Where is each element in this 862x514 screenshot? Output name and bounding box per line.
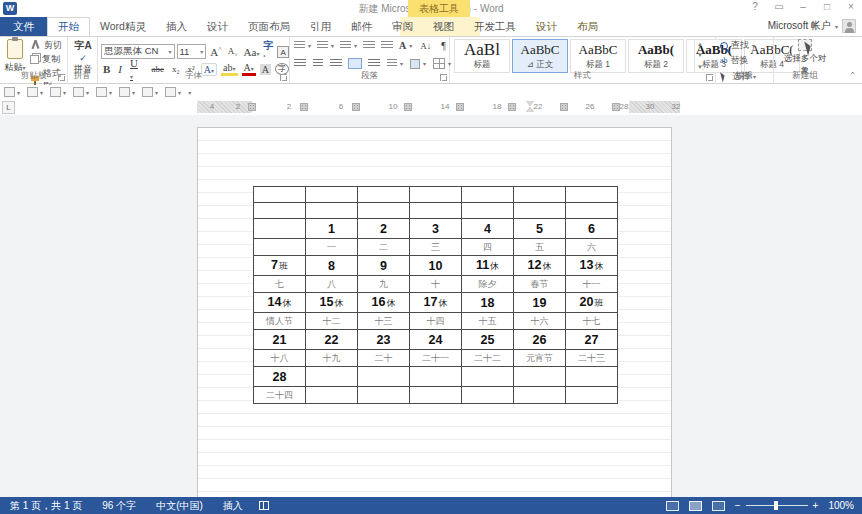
replace-button[interactable]: ab替换 [720,54,756,67]
table-cell[interactable]: 8 [306,256,358,276]
zoom-track[interactable] [746,505,808,506]
table-cell[interactable]: 16休 [358,293,410,313]
shapes-button[interactable]: ▾ [50,87,66,97]
table-cell[interactable] [462,187,514,203]
table-cell[interactable]: 10 [410,256,462,276]
zoom-out-icon[interactable]: − [735,500,741,511]
table-borders-button[interactable]: ▾ [142,87,158,97]
table-cell[interactable] [254,187,306,203]
table-column-marker[interactable] [456,103,464,111]
shrink-font-button[interactable]: A˅ [226,46,240,58]
restore-icon[interactable]: □ [820,1,834,12]
table-cell[interactable] [254,219,306,239]
lunar-label-cell[interactable]: 元宵节 [514,350,566,367]
table-cell[interactable]: 12休 [514,256,566,276]
print-layout-view-icon[interactable] [689,501,702,511]
lunar-label-cell[interactable]: 十六 [514,313,566,330]
sort-button[interactable]: A↓ [418,41,433,51]
table-column-marker[interactable] [404,103,412,111]
cut-button[interactable]: 剪切 [30,39,67,52]
tab-file[interactable]: 文件 [0,17,47,36]
table-cell[interactable] [306,187,358,203]
style-标题 1[interactable]: AaBbC标题 1 [570,39,626,73]
lunar-label-cell[interactable]: 四 [462,239,514,256]
table-cell[interactable]: 14休 [254,293,306,313]
tab-开始[interactable]: 开始 [47,17,90,36]
table-cell[interactable]: 9 [358,256,410,276]
zoom-slider[interactable]: − + [735,500,819,511]
lunar-label-cell[interactable]: 六 [566,239,618,256]
lunar-label-cell[interactable]: 十二 [306,313,358,330]
web-layout-view-icon[interactable] [712,501,725,511]
find-button[interactable]: 查找▾ [720,39,756,52]
decrease-indent-icon[interactable] [363,41,375,50]
table-cell[interactable]: 25 [462,330,514,350]
table-cell[interactable]: 15休 [306,293,358,313]
font-A-button[interactable]: ▾ [119,87,135,97]
lunar-label-cell[interactable]: 三 [410,239,462,256]
numbering-button[interactable]: ▾ [317,41,334,50]
lunar-label-cell[interactable]: 九 [358,276,410,293]
word-count-status[interactable]: 96 个字 [92,499,146,513]
copy-button[interactable]: 复制 [30,53,67,66]
tab-开发工具[interactable]: 开发工具 [464,17,526,36]
lunar-label-cell[interactable]: 二十 [358,350,410,367]
styles-dialog-launcher[interactable] [706,74,713,81]
align-right-button[interactable] [330,59,342,68]
table-cell[interactable] [306,203,358,219]
justify-button[interactable] [349,59,361,68]
insert-mode-status[interactable]: 插入 [213,499,253,513]
paste-button[interactable]: 粘贴▾ [2,39,28,74]
lunar-label-cell[interactable] [306,387,358,404]
style-标题[interactable]: AaBl标题 [454,39,510,73]
tab-审阅[interactable]: 审阅 [382,17,423,36]
account-area[interactable]: Microsoft 帐户 ▾ [768,19,856,33]
borders-button[interactable]: ▾ [433,58,451,69]
table-cell[interactable]: 24 [410,330,462,350]
tab-type-selector[interactable]: L [2,101,15,114]
lunar-label-cell[interactable]: 二十一 [410,350,462,367]
tab-Word精灵[interactable]: Word精灵 [90,17,156,36]
table-cell[interactable]: 18 [462,293,514,313]
zoom-thumb[interactable] [774,501,778,510]
lunar-label-cell[interactable]: 情人节 [254,313,306,330]
table-cell[interactable] [358,367,410,387]
lunar-label-cell[interactable]: 十三 [358,313,410,330]
lunar-label-cell[interactable] [566,387,618,404]
asian-layout-button[interactable]: A▾ [399,40,412,51]
table-cell[interactable] [358,187,410,203]
lunar-label-cell[interactable]: 十九 [306,350,358,367]
first-line-indent-marker[interactable] [526,101,534,106]
stamp-button[interactable]: ▾ [165,87,181,97]
zoom-in-icon[interactable]: + [813,500,819,511]
table-cell[interactable] [410,187,462,203]
horizontal-ruler[interactable]: 42261014182226283032 [197,100,680,114]
shading-button[interactable]: ▾ [410,59,426,69]
lunar-label-cell[interactable]: 十四 [410,313,462,330]
table-cell[interactable]: 26 [514,330,566,350]
bullets-button[interactable]: ▾ [294,41,311,50]
lunar-label-cell[interactable]: 一 [306,239,358,256]
help-icon[interactable]: ? [748,1,762,12]
distribute-button[interactable] [368,59,380,68]
lunar-label-cell[interactable]: 除夕 [462,276,514,293]
lunar-label-cell[interactable] [358,387,410,404]
table-column-marker[interactable] [352,103,360,111]
grow-font-button[interactable]: A˄ [208,46,223,58]
table-cell[interactable] [566,203,618,219]
minimize-icon[interactable]: – [796,1,810,12]
table-column-marker[interactable] [560,103,568,111]
table-column-marker[interactable] [508,103,516,111]
page-setup-button[interactable]: ▾ [96,87,112,97]
lunar-label-cell[interactable]: 春节 [514,276,566,293]
table-cell[interactable]: 3 [410,219,462,239]
table-cell[interactable]: 20班 [566,293,618,313]
zoom-level[interactable]: 100% [828,500,854,511]
line-spacing-button[interactable]: ▾ [387,59,403,68]
table-cell[interactable] [358,203,410,219]
increase-indent-icon[interactable] [381,41,393,50]
style-标题 2[interactable]: AaBb(标题 2 [628,39,684,73]
table-cell[interactable] [306,367,358,387]
switch-window-button[interactable]: ▾ [4,87,20,97]
table-cell[interactable] [410,203,462,219]
